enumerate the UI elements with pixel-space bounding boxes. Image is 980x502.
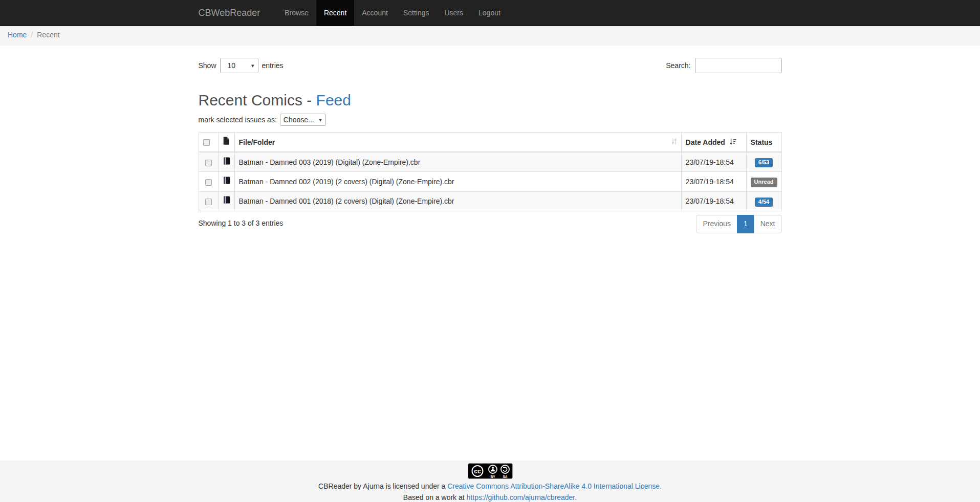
date-added-cell: 23/07/19-18:54 [681, 191, 746, 211]
cc-by-sa-icon: cc BY SA [468, 463, 513, 479]
book-icon [223, 177, 230, 184]
status-badge: 6/53 [755, 158, 773, 167]
license-link[interactable]: Creative Commons Attribution-ShareAlike … [447, 482, 662, 490]
file-type-header-cell [219, 133, 234, 152]
status-cell: Unread [746, 172, 781, 191]
file-icon [223, 137, 230, 145]
based-on-text: Based on a work at [403, 493, 465, 501]
breadcrumb: Home / Recent [8, 31, 972, 39]
mark-select[interactable]: Choose... [280, 114, 326, 126]
mark-select-wrap: Choose... [280, 114, 326, 126]
table-row: Batman - Damned 003 (2019) (Digital) (Zo… [199, 152, 781, 172]
row-type-cell [219, 191, 234, 211]
nav-item-account[interactable]: Account [354, 0, 396, 26]
file-name-cell[interactable]: Batman - Damned 002 (2019) (2 covers) (D… [234, 172, 681, 191]
feed-link[interactable]: Feed [316, 92, 351, 108]
page-title: Recent Comics - Feed [199, 92, 782, 108]
mark-selected-control: mark selected issues as: Choose... [199, 114, 782, 126]
date-added-cell: 23/07/19-18:54 [681, 152, 746, 172]
nav-item-logout[interactable]: Logout [471, 0, 508, 26]
navbar: CBWebReader Browse Recent Account Settin… [0, 0, 980, 26]
row-checkbox[interactable] [205, 160, 212, 166]
nav-item-users[interactable]: Users [437, 0, 471, 26]
entries-length-select[interactable]: 10 [220, 58, 258, 73]
status-badge: Unread [751, 178, 777, 187]
status-badge: 4/54 [755, 198, 773, 207]
row-select-cell [199, 152, 219, 172]
svg-text:BY: BY [490, 475, 495, 478]
table-row: Batman - Damned 001 (2018) (2 covers) (D… [199, 191, 781, 211]
sort-unsorted-icon [671, 137, 677, 147]
mark-selected-label: mark selected issues as: [199, 116, 280, 124]
row-checkbox[interactable] [205, 179, 212, 186]
sort-descending-icon [729, 139, 736, 145]
breadcrumb-home-link[interactable]: Home [8, 31, 27, 39]
file-folder-header[interactable]: File/Folder [234, 133, 681, 152]
breadcrumb-band: Home / Recent [0, 26, 980, 46]
select-all-checkbox[interactable] [203, 139, 210, 146]
search-label: Search: [666, 61, 694, 70]
github-link[interactable]: https://github.com/ajurna/cbreader. [467, 493, 577, 501]
show-label: Show [199, 61, 220, 70]
entries-length-control: Show 10 entries [199, 58, 287, 73]
status-cell: 6/53 [746, 152, 781, 172]
file-name-cell[interactable]: Batman - Damned 003 (2019) (Digital) (Zo… [234, 152, 681, 172]
brand-link[interactable]: CBWebReader [199, 0, 268, 26]
recent-comics-table: File/Folder Date Added [199, 132, 782, 211]
row-type-cell [219, 152, 234, 172]
table-controls: Show 10 entries Search: [199, 58, 782, 73]
entries-label: entries [258, 61, 287, 70]
book-icon [223, 157, 230, 165]
pagination: Previous 1 Next [696, 215, 781, 233]
navbar-menu: Browse Recent Account Settings Users Log… [277, 0, 508, 26]
table-footer-row: Showing 1 to 3 of 3 entries Previous 1 N… [199, 215, 782, 233]
table-row: Batman - Damned 002 (2019) (2 covers) (D… [199, 172, 781, 191]
nav-item-browse[interactable]: Browse [277, 0, 316, 26]
search-control: Search: [666, 58, 781, 73]
file-name-cell[interactable]: Batman - Damned 001 (2018) (2 covers) (D… [234, 191, 681, 211]
row-select-cell [199, 172, 219, 191]
svg-text:cc: cc [474, 468, 481, 475]
date-added-cell: 23/07/19-18:54 [681, 172, 746, 191]
footer: cc BY SA CBReader by Ajurna is licensed … [0, 461, 980, 502]
entries-length-select-wrap: 10 [220, 58, 258, 73]
search-input[interactable] [695, 58, 782, 73]
breadcrumb-current: Recent [37, 31, 59, 39]
nav-item-recent[interactable]: Recent [316, 0, 354, 26]
license-line: CBReader by Ajurna is licensed under a C… [0, 482, 980, 492]
nav-item-settings[interactable]: Settings [396, 0, 437, 26]
status-header: Status [746, 133, 781, 152]
based-on-line: Based on a work at https://github.com/aj… [0, 493, 980, 502]
svg-text:SA: SA [503, 475, 507, 478]
breadcrumb-separator: / [27, 31, 37, 39]
pagination-page-1-button[interactable]: 1 [737, 215, 754, 233]
license-text: CBReader by Ajurna is licensed under a [318, 482, 445, 490]
pagination-next-button[interactable]: Next [754, 215, 782, 233]
showing-entries-info: Showing 1 to 3 of 3 entries [199, 215, 284, 227]
row-type-cell [219, 172, 234, 191]
status-cell: 4/54 [746, 191, 781, 211]
select-all-cell [199, 133, 219, 152]
table-header-row: File/Folder Date Added [199, 133, 781, 152]
page-title-text: Recent Comics - [199, 92, 316, 108]
cc-by-sa-badge-link[interactable]: cc BY SA [468, 463, 513, 481]
book-icon [223, 196, 230, 204]
row-select-cell [199, 191, 219, 211]
row-checkbox[interactable] [205, 199, 212, 205]
pagination-previous-button[interactable]: Previous [696, 215, 737, 233]
date-added-header[interactable]: Date Added [681, 133, 746, 152]
